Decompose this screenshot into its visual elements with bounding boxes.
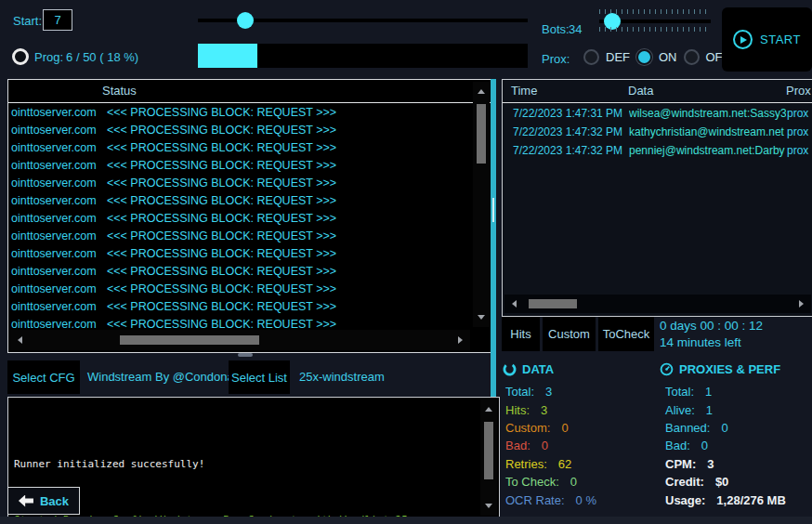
- scroll-right-icon[interactable]: [458, 336, 463, 344]
- stat-label: Usage:: [665, 493, 705, 507]
- bots-slider-ticks-bottom: [599, 27, 711, 32]
- back-button-label: Back: [40, 494, 69, 508]
- row-site: ointtoserver.com: [8, 282, 99, 295]
- select-list-button[interactable]: Select List: [229, 360, 290, 394]
- row-status: <<< PROCESSING BLOCK: REQUEST >>>: [99, 229, 336, 242]
- table-row[interactable]: ointtoserver.com <<< PROCESSING BLOCK: R…: [8, 315, 472, 328]
- splitter-grip[interactable]: [492, 198, 494, 222]
- table-row[interactable]: ointtoserver.com <<< PROCESSING BLOCK: R…: [8, 244, 472, 262]
- row-time: 7/22/2023 1:47:31 PM: [513, 104, 626, 123]
- table-row[interactable]: ointtoserver.com <<< PROCESSING BLOCK: R…: [8, 262, 472, 280]
- stat-value: 0: [701, 439, 708, 452]
- bots-slider[interactable]: [599, 20, 711, 23]
- row-time: 7/22/2023 1:47:32 PM: [513, 141, 626, 160]
- table-row[interactable]: ointtoserver.com <<< PROCESSING BLOCK: R…: [8, 191, 472, 209]
- stat-value: 0 %: [576, 493, 596, 507]
- hits-grid: Time Data Prox 7/22/2023 1:47:31 PM wils…: [502, 79, 812, 317]
- table-row[interactable]: ointtoserver.com <<< PROCESSING BLOCK: R…: [8, 156, 472, 174]
- scroll-up-icon[interactable]: [485, 407, 492, 412]
- prox-radio-def[interactable]: [583, 49, 599, 65]
- scroll-down-icon[interactable]: [478, 315, 485, 320]
- tab-tocheck[interactable]: ToCheck: [598, 317, 654, 351]
- row-site: ointtoserver.com: [8, 229, 99, 242]
- row-time: 7/22/2023 1:47:32 PM: [513, 123, 626, 141]
- status-column-header[interactable]: Status: [8, 80, 491, 103]
- table-row[interactable]: 7/22/2023 1:47:32 PM penniej@windstream.…: [503, 141, 812, 160]
- row-site: ointtoserver.com: [8, 141, 99, 154]
- proxies-stats-section: PROXIES & PERF Total: 1 Alive: 1 Banned:…: [660, 362, 786, 509]
- table-row[interactable]: ointtoserver.com <<< PROCESSING BLOCK: R…: [8, 138, 472, 156]
- table-row[interactable]: ointtoserver.com <<< PROCESSING BLOCK: R…: [8, 280, 472, 297]
- time-column-header[interactable]: Time: [511, 84, 537, 98]
- stat-label: OCR Rate:: [505, 493, 565, 507]
- hits-rows: 7/22/2023 1:47:31 PM wilsea@windstream.n…: [503, 104, 812, 292]
- progress-fill: [198, 44, 257, 68]
- hscroll-thumb[interactable]: [120, 335, 259, 345]
- prox-radio-group: DEF ON OFF: [583, 49, 730, 65]
- start-label: Start:: [13, 14, 42, 28]
- stat-row: CPM: 3: [665, 455, 786, 473]
- start-input[interactable]: [43, 9, 72, 31]
- back-button[interactable]: Back: [7, 487, 80, 515]
- scroll-up-icon[interactable]: [478, 89, 485, 94]
- table-row[interactable]: ointtoserver.com <<< PROCESSING BLOCK: R…: [8, 297, 472, 315]
- progress-bar: [198, 44, 528, 68]
- select-cfg-button[interactable]: Select CFG: [7, 360, 80, 394]
- row-status: <<< PROCESSING BLOCK: REQUEST >>>: [99, 318, 336, 329]
- start-slider-thumb[interactable]: [237, 12, 254, 29]
- log-vscrollbar[interactable]: [480, 400, 497, 516]
- row-site: ointtoserver.com: [8, 212, 99, 225]
- row-status: <<< PROCESSING BLOCK: REQUEST >>>: [99, 212, 336, 225]
- vscroll-thumb[interactable]: [477, 104, 486, 164]
- table-row[interactable]: ointtoserver.com <<< PROCESSING BLOCK: R…: [8, 209, 472, 227]
- stat-row: Bad: 0: [505, 437, 596, 454]
- prox-column-header[interactable]: Prox: [786, 84, 811, 98]
- row-site: ointtoserver.com: [8, 300, 99, 313]
- row-data: penniej@windstream.net:Darby: [629, 141, 786, 160]
- stat-value: 3: [545, 385, 552, 399]
- time-remaining: 14 minutes left: [660, 335, 741, 349]
- tab-hits[interactable]: Hits: [502, 317, 540, 351]
- hits-grid-hscrollbar[interactable]: [504, 295, 811, 313]
- row-site: ointtoserver.com: [8, 265, 99, 278]
- table-row[interactable]: 7/22/2023 1:47:32 PM kathychristian@wind…: [503, 123, 812, 141]
- prox-radio-on[interactable]: [636, 49, 652, 65]
- scroll-left-icon[interactable]: [512, 300, 517, 308]
- table-row[interactable]: ointtoserver.com <<< PROCESSING BLOCK: R…: [8, 121, 472, 138]
- left-grid-hscrollbar[interactable]: [10, 330, 470, 350]
- hscroll-thumb[interactable]: [529, 299, 577, 308]
- scroll-down-icon[interactable]: [485, 504, 492, 508]
- horizontal-splitter-grip[interactable]: [238, 353, 253, 357]
- scroll-right-icon[interactable]: [799, 300, 804, 308]
- tab-custom[interactable]: Custom: [543, 317, 596, 351]
- select-cfg-label: Select CFG: [12, 371, 74, 385]
- status-rows: ointtoserver.com <<< PROCESSING BLOCK: R…: [8, 103, 472, 328]
- prox-radio-off[interactable]: [684, 49, 700, 65]
- prog-radio[interactable]: [12, 48, 29, 65]
- hits-grid-header: Time Data Prox: [503, 80, 812, 103]
- log-lines: Runner initialized succesfully! Started …: [14, 401, 477, 517]
- table-row[interactable]: ointtoserver.com <<< PROCESSING BLOCK: R…: [8, 103, 472, 121]
- footer-bar: [0, 517, 812, 524]
- data-column-header[interactable]: Data: [628, 84, 653, 98]
- scroll-left-icon[interactable]: [18, 336, 22, 344]
- table-row[interactable]: ointtoserver.com <<< PROCESSING BLOCK: R…: [8, 174, 472, 191]
- table-row[interactable]: ointtoserver.com <<< PROCESSING BLOCK: R…: [8, 227, 472, 244]
- row-site: ointtoserver.com: [8, 194, 99, 207]
- prox-on-label: ON: [659, 50, 677, 64]
- row-status: <<< PROCESSING BLOCK: REQUEST >>>: [99, 159, 336, 172]
- stat-row: Total: 1: [665, 383, 786, 400]
- left-grid-vscrollbar[interactable]: [473, 82, 490, 327]
- vscroll-thumb[interactable]: [484, 422, 493, 479]
- start-button-label: START: [760, 33, 801, 46]
- prox-label: Prox:: [542, 52, 570, 66]
- row-status: <<< PROCESSING BLOCK: REQUEST >>>: [99, 141, 336, 154]
- stat-row: Total: 3: [505, 383, 596, 400]
- start-position-slider[interactable]: [198, 19, 528, 22]
- start-button[interactable]: START: [722, 7, 812, 72]
- runner-log[interactable]: Runner initialized succesfully! Started …: [7, 397, 500, 518]
- stat-value: 0: [721, 421, 727, 435]
- table-row[interactable]: 7/22/2023 1:47:31 PM wilsea@windstream.n…: [503, 104, 812, 123]
- stat-value: 0: [561, 421, 568, 435]
- row-status: <<< PROCESSING BLOCK: REQUEST >>>: [99, 194, 336, 207]
